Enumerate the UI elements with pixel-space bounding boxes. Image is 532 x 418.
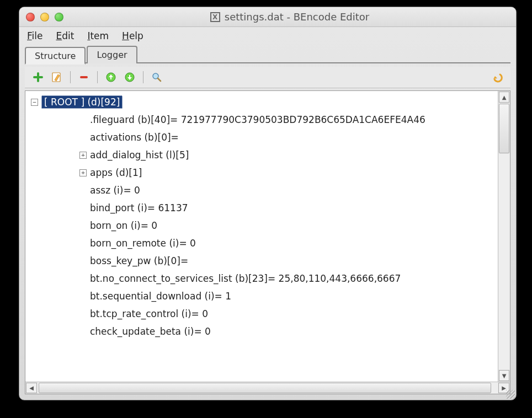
tree-view[interactable]: − [ ROOT ] (d)[92] .fileguard (b)[40]= 7… [25, 91, 498, 382]
tree-item[interactable]: boss_key_pw (b)[0]= [26, 252, 497, 270]
tree-item[interactable]: +add_dialog_hist (l)[5] [26, 146, 497, 164]
find-button[interactable] [149, 70, 164, 84]
tree-branch-spacer [79, 258, 87, 265]
tree-item-label: assz (i)= 0 [90, 185, 140, 196]
close-button[interactable] [26, 13, 35, 22]
tree-item[interactable]: bt.sequential_download (i)= 1 [26, 287, 497, 305]
scroll-thumb[interactable] [499, 104, 509, 153]
tree-branch-spacer [79, 240, 87, 247]
titlebar: X settings.dat - BEncode Editor [19, 7, 516, 27]
tree-item-label: add_dialog_hist (l)[5] [90, 149, 189, 160]
expander-minus-icon[interactable]: − [31, 99, 38, 106]
tree-item[interactable]: assz (i)= 0 [26, 181, 497, 199]
window-title: settings.dat - BEncode Editor [225, 11, 370, 23]
menu-item[interactable]: Item [87, 30, 109, 41]
traffic-lights [26, 13, 63, 22]
tree-item[interactable]: bind_port (i)= 61137 [26, 199, 497, 217]
tree-item-label: born_on_remote (i)= 0 [90, 238, 196, 249]
expander-plus-icon[interactable]: + [79, 169, 87, 176]
app-icon: X [210, 12, 220, 22]
tree-root-label[interactable]: [ ROOT ] (d)[92] [41, 95, 123, 109]
menubar: File Edit Item Help [19, 27, 516, 46]
content-area: − [ ROOT ] (d)[92] .fileguard (b)[40]= 7… [25, 90, 510, 394]
undo-button[interactable] [490, 70, 505, 84]
scroll-left-icon[interactable]: ◀ [26, 383, 37, 393]
toolbar-separator [143, 71, 143, 83]
horizontal-scrollbar[interactable]: ◀ ▶ [25, 382, 510, 394]
tree-item[interactable]: born_on_remote (i)= 0 [26, 234, 497, 252]
arrow-down-icon [124, 72, 135, 83]
magnifier-icon [151, 72, 162, 83]
tree-branch-spacer [79, 293, 87, 300]
svg-line-5 [158, 78, 161, 81]
undo-icon [491, 71, 503, 83]
tree-item-label: boss_key_pw (b)[0]= [90, 255, 188, 266]
edit-button[interactable] [49, 70, 65, 84]
tree-branch-spacer [79, 134, 87, 141]
scroll-track[interactable] [498, 154, 510, 369]
toolbar-separator [97, 71, 98, 83]
menu-edit[interactable]: Edit [56, 30, 74, 41]
tree-branch-spacer [79, 275, 87, 282]
tree-item[interactable]: .fileguard (b)[40]= 721977790C3790503BD7… [26, 111, 497, 128]
tree-branch-spacer [79, 205, 87, 212]
scroll-track[interactable] [38, 382, 498, 394]
vertical-scrollbar[interactable]: ▲ ▼ [498, 91, 510, 382]
remove-button[interactable] [76, 70, 92, 84]
tree-item[interactable]: born_on (i)= 0 [26, 217, 497, 234]
tree-item[interactable]: check_update_beta (i)= 0 [26, 323, 497, 340]
toolbar [25, 67, 510, 88]
tree-item-label: born_on (i)= 0 [90, 220, 157, 231]
tab-logger[interactable]: Logger [87, 46, 137, 63]
plus-icon [33, 72, 44, 83]
tab-structure[interactable]: Structure [25, 47, 86, 65]
tree-branch-spacer [79, 310, 87, 318]
resize-grip[interactable] [506, 390, 515, 399]
scroll-up-icon[interactable]: ▲ [499, 92, 509, 103]
tree-item-label: bt.no_connect_to_services_list (b)[23]= … [90, 273, 401, 284]
add-button[interactable] [30, 70, 46, 84]
svg-rect-1 [80, 76, 88, 78]
minimize-button[interactable] [40, 13, 49, 22]
pencil-icon [51, 72, 62, 83]
tree-item-label: .fileguard (b)[40]= 721977790C3790503BD7… [90, 114, 425, 125]
move-down-button[interactable] [122, 70, 137, 84]
tree-branch-spacer [79, 116, 87, 124]
scroll-down-icon[interactable]: ▼ [499, 370, 509, 381]
scroll-thumb[interactable] [39, 383, 491, 393]
arrow-up-icon [105, 72, 116, 83]
tree-item[interactable]: bt.no_connect_to_services_list (b)[23]= … [26, 270, 497, 287]
move-up-button[interactable] [103, 70, 119, 84]
tree-item[interactable]: +apps (d)[1] [26, 164, 497, 181]
toolbar-separator [70, 71, 71, 83]
zoom-button[interactable] [55, 13, 63, 22]
menu-file[interactable]: File [27, 30, 42, 41]
tree-branch-spacer [79, 187, 87, 194]
tree-item-label: check_update_beta (i)= 0 [90, 326, 211, 337]
tree-item-label: activations (b)[0]= [90, 132, 179, 143]
menu-help[interactable]: Help [122, 30, 143, 41]
tree-item-label: bt.tcp_rate_control (i)= 0 [90, 308, 208, 319]
tree-item[interactable]: bt.tcp_rate_control (i)= 0 [26, 305, 497, 323]
expander-plus-icon[interactable]: + [79, 152, 87, 159]
tree-item[interactable]: activations (b)[0]= [26, 128, 497, 146]
tree-item-label: apps (d)[1] [90, 167, 142, 178]
minus-icon [78, 72, 89, 83]
tree-branch-spacer [79, 328, 87, 335]
tree-item-label: bind_port (i)= 61137 [90, 202, 188, 213]
tree-item-label: bt.sequential_download (i)= 1 [90, 291, 231, 302]
tab-row: Structure Logger [19, 46, 516, 63]
window: X settings.dat - BEncode Editor File Edi… [19, 7, 517, 400]
tree-branch-spacer [79, 222, 87, 229]
